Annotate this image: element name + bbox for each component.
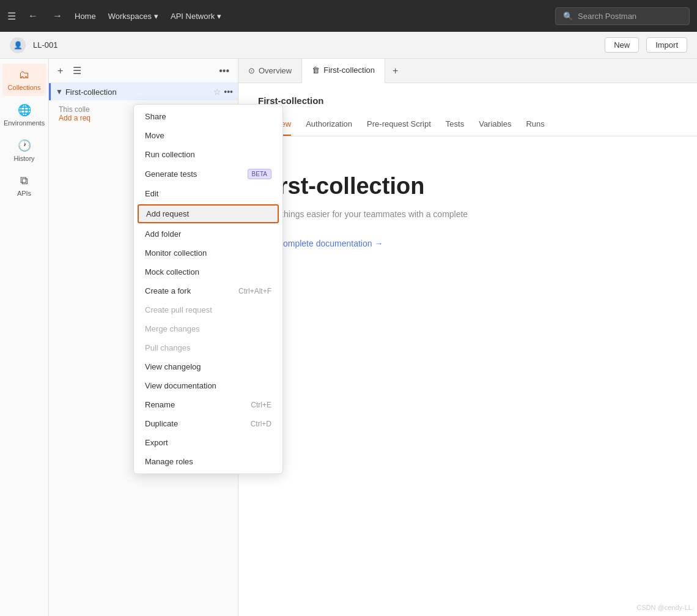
collection-more-icon[interactable]: ••• [224, 87, 233, 97]
api-network-chevron-icon: ▾ [217, 12, 221, 21]
menu-item-pull-changes: Pull changes [134, 338, 282, 357]
search-placeholder: Search Postman [578, 12, 636, 21]
apis-icon: ⧉ [20, 174, 28, 187]
collection-subtitle: Make things easier for your teammates wi… [258, 209, 677, 219]
username-label: LL-001 [33, 40, 57, 50]
sidebar-item-label: APIs [17, 190, 31, 197]
collection-actions: ☆ ••• [213, 87, 233, 97]
tabs-bar: ⊙ Overview 🗑 First-collection + [238, 59, 697, 83]
content-header: First-collection [238, 83, 697, 106]
overview-tab-icon: ⊙ [248, 66, 255, 75]
workspaces-chevron-icon: ▾ [154, 12, 158, 21]
sidebar-item-environments[interactable]: 🌐 Environments [2, 98, 46, 132]
tab-overview[interactable]: ⊙ Overview [238, 59, 302, 83]
new-button[interactable]: New [605, 37, 639, 53]
subtab-runs[interactable]: Runs [526, 113, 544, 136]
tab-first-collection[interactable]: 🗑 First-collection [302, 59, 385, 83]
sidebar-item-apis[interactable]: ⧉ APIs [2, 169, 46, 202]
menu-item-generate-tests[interactable]: Generate tests BETA [134, 164, 282, 184]
menu-item-run-collection[interactable]: Run collection [134, 145, 282, 164]
collection-big-title: First-collection [258, 173, 677, 199]
api-network-link[interactable]: API Network ▾ [171, 12, 221, 21]
subtabs-bar: Overview Authorization Pre-request Scrip… [238, 113, 697, 136]
sidebar-item-label: Collections [8, 84, 41, 91]
secondbar: 👤 LL-001 New Import [0, 32, 697, 59]
sidebar-item-label: Environments [4, 119, 45, 127]
add-tab-button[interactable]: + [385, 59, 405, 83]
environments-icon: 🌐 [18, 103, 31, 117]
sidebar-item-label: History [13, 155, 34, 162]
sidebar-item-history[interactable]: 🕐 History [2, 134, 46, 167]
subtab-variables[interactable]: Variables [479, 113, 511, 136]
menu-item-monitor-collection[interactable]: Monitor collection [134, 243, 282, 262]
menu-item-manage-roles[interactable]: Manage roles [134, 452, 282, 471]
home-link[interactable]: Home [75, 12, 96, 21]
content-body: First-collection Make things easier for … [238, 136, 697, 268]
collections-panel: + ☰ ••• ▼ First-collection ☆ ••• This co… [49, 59, 238, 616]
collection-chevron-icon: ▼ [56, 87, 63, 96]
content-main: First-collection Overview Authorization … [238, 83, 697, 616]
menu-item-create-fork[interactable]: Create a fork Ctrl+Alt+F [134, 281, 282, 300]
menu-item-merge-changes: Merge changes [134, 319, 282, 338]
menu-item-create-pull-request: Create pull request [134, 300, 282, 319]
menu-item-add-folder[interactable]: Add folder [134, 225, 282, 243]
add-request-link[interactable]: Add a req [59, 114, 90, 122]
collection-tab-icon: 🗑 [312, 65, 320, 75]
sidebar: 🗂 Collections 🌐 Environments 🕐 History ⧉… [0, 59, 49, 616]
workspaces-link[interactable]: Workspaces ▾ [108, 12, 158, 21]
subtab-tests[interactable]: Tests [446, 113, 464, 136]
collections-icon: 🗂 [19, 69, 30, 81]
collection-name-label: First-collection [65, 87, 213, 97]
menu-item-rename[interactable]: Rename Ctrl+E [134, 395, 282, 414]
import-button[interactable]: Import [646, 37, 687, 53]
beta-badge: BETA [248, 169, 271, 179]
menu-item-add-request[interactable]: Add request [138, 204, 279, 223]
menu-item-view-documentation[interactable]: View documentation [134, 376, 282, 395]
sidebar-item-collections[interactable]: 🗂 Collections [2, 64, 46, 96]
forward-button[interactable]: → [50, 8, 65, 24]
watermark: CSDN @cendy-LL [636, 604, 692, 611]
menu-icon[interactable]: ☰ [7, 10, 16, 22]
content-area: ⊙ Overview 🗑 First-collection + First-co… [238, 59, 697, 616]
subtab-pre-request-script[interactable]: Pre-request Script [367, 113, 431, 136]
add-collection-button[interactable]: + [55, 64, 65, 78]
panel-toolbar: + ☰ ••• [49, 59, 238, 83]
menu-item-share[interactable]: Share [134, 107, 282, 126]
collection-item[interactable]: ▼ First-collection ☆ ••• [49, 83, 238, 100]
star-icon[interactable]: ☆ [213, 87, 221, 97]
menu-item-move[interactable]: Move [134, 126, 282, 145]
menu-item-edit[interactable]: Edit [134, 184, 282, 203]
menu-item-view-changelog[interactable]: View changelog [134, 357, 282, 376]
history-icon: 🕐 [18, 139, 31, 152]
menu-item-export[interactable]: Export [134, 433, 282, 452]
avatar: 👤 [10, 37, 26, 53]
top-nav: Home Workspaces ▾ API Network ▾ [75, 12, 221, 21]
search-bar[interactable]: 🔍 Search Postman [555, 7, 690, 25]
subtab-authorization[interactable]: Authorization [306, 113, 352, 136]
panel-more-button[interactable]: ••• [216, 64, 232, 78]
filter-button[interactable]: ☰ [70, 64, 84, 78]
back-button[interactable]: ← [26, 8, 40, 24]
main-layout: 🗂 Collections 🌐 Environments 🕐 History ⧉… [0, 59, 697, 616]
context-menu: Share Move Run collection Generate tests… [133, 104, 283, 474]
topbar: ☰ ← → Home Workspaces ▾ API Network ▾ 🔍 … [0, 0, 697, 32]
menu-item-duplicate[interactable]: Duplicate Ctrl+D [134, 414, 282, 433]
menu-item-mock-collection[interactable]: Mock collection [134, 262, 282, 281]
content-header-title: First-collection [258, 95, 677, 106]
search-icon: 🔍 [563, 12, 573, 21]
